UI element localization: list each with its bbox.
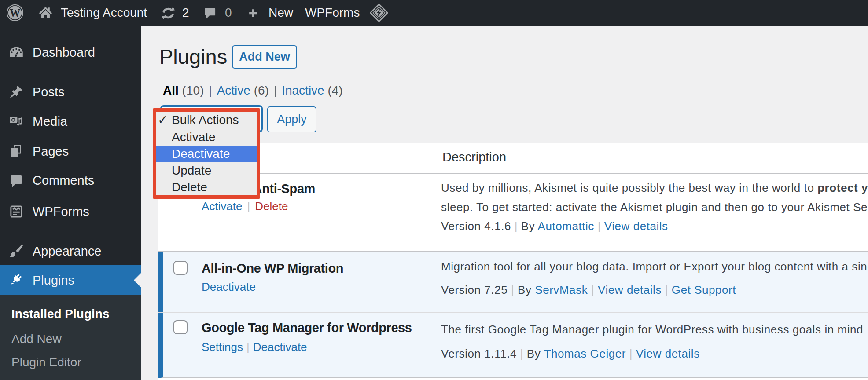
svg-text:W: W (10, 7, 21, 19)
